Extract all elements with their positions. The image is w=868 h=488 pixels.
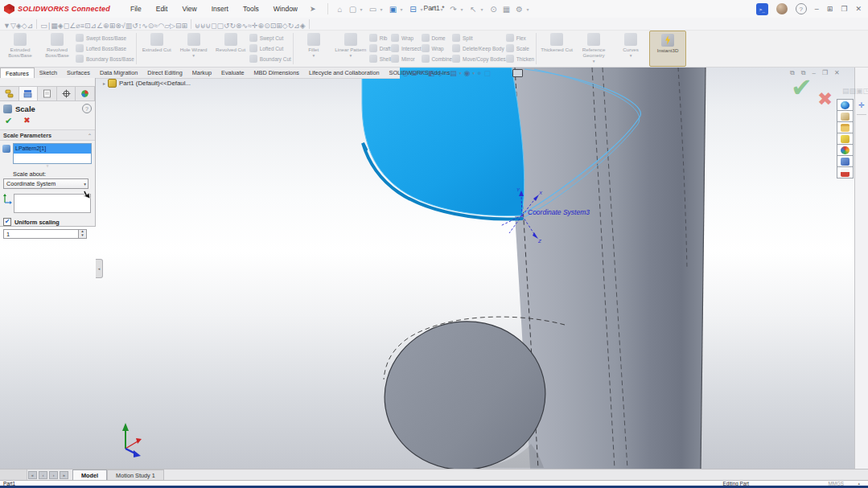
featuremanager-tab[interactable] [0,87,19,100]
toolbar-icon[interactable]: ⊕ [258,22,265,30]
intersect-button[interactable]: Intersect [391,44,422,52]
draft-button[interactable]: Draft [369,44,391,52]
split-button[interactable]: Split [452,34,506,42]
filter-toolbar-icon[interactable]: ⊿ [27,22,34,30]
checkbox-check-icon[interactable]: ✔ [3,218,11,226]
flex-button[interactable]: Flex [506,34,534,42]
graphics-viewport[interactable]: Y X Z Coordinate System3 [0,68,868,469]
menu-file[interactable]: File [123,2,149,15]
extruded-boss-base-button[interactable]: Extruded Boss/Base [2,31,39,67]
move-copy-bodies-button[interactable]: Move/Copy Bodies [452,55,506,63]
view-settings-icon[interactable]: ▢ [484,69,492,77]
close-button[interactable]: ✕ [855,5,862,13]
spin-down-icon[interactable]: ▼ [79,234,86,238]
ok-button[interactable]: ✔ [5,116,12,126]
toolbar-icon[interactable]: ⊿ [90,22,97,30]
motion-study-tab[interactable]: Motion Study 1 [107,470,164,481]
dropdown-caret[interactable]: ▾ [381,6,386,12]
boundary-cut-button[interactable]: Boundary Cut [249,55,291,63]
minimize-button[interactable]: – [815,5,819,13]
menu-insert[interactable]: Insert [204,2,236,15]
toolbar-icon[interactable]: ▥ [125,22,133,30]
redo-icon[interactable]: ↷ [448,5,459,14]
toolbar-icon[interactable]: ⊍ [205,22,211,30]
display-style-icon[interactable]: ▤ [450,69,457,77]
new-document-icon[interactable]: ▢ [348,5,359,14]
custom-properties-tab[interactable] [837,156,853,167]
boundary-boss-base-button[interactable]: Boundary Boss/Base [76,55,134,63]
swept-cut-button[interactable]: Swept Cut [249,34,291,42]
toolbar-icon[interactable]: ▷ [170,22,175,30]
last-tab-button[interactable]: » [60,471,68,479]
toolbar-icon[interactable]: ⊞ [182,22,188,30]
forum-tab[interactable] [837,167,853,178]
task-pane-icon[interactable]: ▧ [849,87,857,95]
model-tab[interactable]: Model [72,470,107,481]
dropdown-caret[interactable]: ▾ [527,6,533,12]
swept-boss-base-button[interactable]: Swept Boss/Base [76,34,134,42]
revolved-cut-button[interactable]: Revolved Cut [212,31,249,67]
toolbar-icon[interactable]: ⊗ [236,22,242,30]
pin-menu-icon[interactable]: ➤ [310,5,316,13]
toolbar-icon[interactable]: ⌀ [76,22,80,30]
menu-tools[interactable]: Tools [236,2,266,15]
scale-button[interactable]: Scale [506,44,534,52]
cancel-button[interactable]: ✖ [23,116,30,126]
flyout-tree-label[interactable]: Part1 (Default)<<Defaul... [119,80,191,87]
save-icon[interactable]: ▣ [388,5,399,14]
dome-button[interactable]: Dome [422,34,453,42]
next-tab-button[interactable]: › [49,471,58,479]
lofted-boss-base-button[interactable]: Lofted Boss/Base [76,44,134,52]
help-icon[interactable]: ? [796,3,807,14]
collapse-chevron-icon[interactable]: ⌃ [88,133,92,138]
apps-grid-icon[interactable]: ⊞ [827,5,833,13]
dropdown-caret[interactable]: ▾ [421,6,426,12]
uniform-scaling-checkbox[interactable]: ✔ Uniform scaling [3,218,95,226]
restore-button[interactable]: ❐ [841,5,847,13]
extruded-cut-button[interactable]: Extruded Cut [138,31,175,67]
task-pane-icon[interactable]: ◳ [863,87,868,95]
task-pane-icon[interactable]: ▣ [856,87,863,95]
coordinate-system-label[interactable]: Coordinate System3 [528,208,590,216]
toolbar-icon[interactable]: ⊟ [175,22,182,30]
delete-keep-body-button[interactable]: Delete/Keep Body [452,44,506,52]
previous-tab-button[interactable]: ‹ [39,471,47,479]
dropdown-caret[interactable]: ▾ [481,6,487,12]
tab-data-migration[interactable]: Data Migration [95,68,142,78]
tab-surfaces[interactable]: Surfaces [62,68,95,78]
expand-arrow-icon[interactable]: ▸ [103,80,105,86]
doc-window-icon[interactable]: ✕ [834,69,840,77]
menu-view[interactable]: View [175,2,204,15]
dropdown-caret[interactable]: ▾ [630,53,632,58]
first-tab-button[interactable]: « [28,471,37,479]
toolbar-icon[interactable]: √ [121,22,125,30]
doc-window-icon[interactable]: ❐ [822,69,828,77]
user-avatar[interactable] [776,3,788,14]
lofted-cut-button[interactable]: Lofted Cut [249,44,291,52]
toolbar-icon[interactable]: ⊿ [294,22,300,30]
tab-sketch[interactable]: Sketch [35,68,62,78]
configuration-manager-tab[interactable] [38,87,57,100]
dropdown-caret[interactable]: ▾ [192,53,195,58]
zoom-to-area-icon[interactable]: ⊞ [411,69,418,77]
view-palette-tab[interactable] [837,133,853,145]
fillet-button[interactable]: Fillet ▾ [295,31,332,67]
options-gear-icon[interactable]: ⚙ [514,5,525,14]
toolbar-icon[interactable]: ◈ [58,22,64,30]
scale-about-dropdown[interactable]: Coordinate System ▾ [3,178,88,189]
task-pane-icon[interactable]: ▤ [842,87,849,95]
toolbar-icon[interactable]: ⊙ [264,22,270,30]
listbox-resize-handle[interactable]: ▿ [0,164,95,167]
dropdown-caret[interactable]: ▾ [312,53,315,58]
tab-mbd-dimensions[interactable]: MBD Dimensions [249,68,304,78]
tab-lifecycle-collaboration[interactable]: Lifecycle and Collaboration [304,68,385,78]
3dexperience-compass-icon[interactable]: ✛ [858,101,865,109]
toolbar-icon[interactable]: ∿ [142,22,148,30]
wrap-button[interactable]: Wrap [391,34,422,42]
menu-edit[interactable]: Edit [149,2,175,15]
3dexperience-resources-tab[interactable] [837,100,853,111]
instant3d-button[interactable]: Instant3D [649,31,686,67]
confirmation-cancel-button[interactable]: ✖ [817,88,833,110]
zoom-to-fit-icon[interactable]: ◎ [402,69,409,77]
view-orientation-icon[interactable]: ◇ [437,69,442,77]
